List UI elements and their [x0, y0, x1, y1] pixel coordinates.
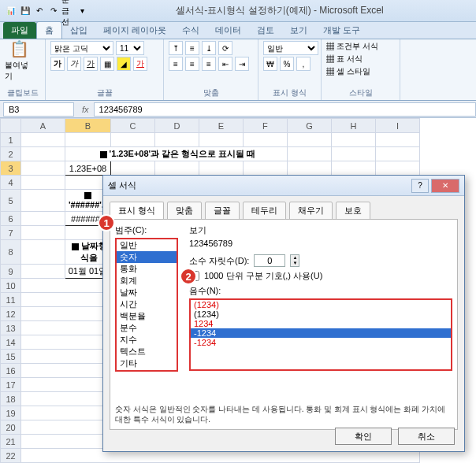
negative-list[interactable]: (1234) (1234) 1234 -1234 -1234 — [189, 298, 452, 371]
neg-option-selected[interactable]: -1234 — [191, 328, 451, 338]
tab-file[interactable]: 파일 — [3, 22, 36, 39]
cat-item[interactable]: 백분율 — [117, 310, 177, 322]
tab-dev[interactable]: 개발 도구 — [315, 22, 368, 39]
col-header[interactable]: H — [331, 119, 375, 133]
neg-option[interactable]: -1234 — [191, 338, 451, 347]
col-header[interactable]: E — [199, 119, 243, 133]
tab-review[interactable]: 검토 — [249, 22, 282, 39]
row-header[interactable]: 11 — [1, 293, 21, 307]
active-cell[interactable]: 1.23E+08 — [65, 161, 111, 176]
tab-view[interactable]: 보기 — [282, 22, 315, 39]
redo-icon[interactable]: ↷ — [47, 5, 60, 17]
tab-insert[interactable]: 삽입 — [62, 22, 95, 39]
indent-dec-icon[interactable]: ⇤ — [218, 57, 232, 71]
select-all-corner[interactable] — [1, 119, 21, 133]
row-header[interactable]: 3 — [1, 161, 21, 176]
cat-item[interactable]: 텍스트 — [117, 346, 177, 357]
row-header[interactable]: 4 — [1, 176, 21, 190]
neg-option[interactable]: (1234) — [191, 300, 451, 309]
row-header[interactable]: 15 — [1, 350, 21, 364]
cat-item[interactable]: 분수 — [117, 322, 177, 334]
row-header[interactable]: 10 — [1, 279, 21, 293]
font-color-button[interactable]: 가 — [133, 57, 147, 71]
row-header[interactable]: 19 — [1, 406, 21, 420]
name-box[interactable]: B3 — [3, 102, 74, 117]
paste-button[interactable]: 📋 붙여넣기 — [5, 41, 33, 80]
row-header[interactable]: 5 — [1, 190, 21, 212]
formula-input[interactable]: 123456789 — [94, 102, 476, 117]
cat-item[interactable]: 통화 — [117, 263, 177, 275]
col-header[interactable]: G — [287, 119, 331, 133]
row-header[interactable]: 14 — [1, 335, 21, 350]
currency-icon[interactable]: ₩ — [263, 57, 277, 71]
row-header[interactable]: 22 — [1, 449, 21, 463]
dlg-tab-number[interactable]: 표시 형식 — [110, 202, 164, 220]
align-bot-icon[interactable]: ⤓ — [202, 41, 216, 55]
row-header[interactable]: 16 — [1, 364, 21, 378]
row-header[interactable]: 1 — [1, 133, 21, 147]
bold-button[interactable]: 가 — [50, 57, 65, 71]
dlg-tab-fill[interactable]: 채우기 — [289, 202, 333, 220]
italic-button[interactable]: 가 — [67, 57, 81, 71]
col-header[interactable]: A — [21, 119, 65, 133]
neg-option[interactable]: 1234 — [191, 319, 451, 328]
row-header[interactable]: 2 — [1, 147, 21, 161]
row-header[interactable]: 7 — [1, 226, 21, 240]
percent-icon[interactable]: % — [280, 57, 294, 71]
tab-home[interactable]: 홈 — [36, 21, 62, 39]
row-header[interactable]: 6 — [1, 212, 21, 226]
indent-inc-icon[interactable]: ⇥ — [235, 57, 249, 71]
border-button[interactable]: ▦ — [100, 57, 114, 71]
neg-option[interactable]: (1234) — [191, 309, 451, 319]
col-header[interactable]: D — [154, 119, 199, 133]
decimal-spinner[interactable]: 0 — [254, 254, 285, 267]
align-right-icon[interactable]: ≡ — [202, 57, 216, 71]
font-size-select[interactable]: 11 — [116, 41, 144, 55]
fx-icon[interactable]: fx — [77, 105, 94, 114]
category-list[interactable]: 일반 숫자 통화 회계 날짜 시간 백분율 분수 지수 텍스트 기타 사용자 지… — [115, 238, 178, 372]
dlg-tab-align[interactable]: 맞춤 — [167, 202, 202, 220]
dlg-tab-font[interactable]: 글꼴 — [205, 202, 240, 220]
undo-icon[interactable]: ↶ — [33, 5, 46, 17]
tab-data[interactable]: 데이터 — [207, 22, 249, 39]
save-icon[interactable]: 💾 — [19, 5, 32, 17]
dlg-tab-protect[interactable]: 보호 — [336, 202, 370, 220]
cell-style-button[interactable]: ▦ 셀 스타일 — [326, 66, 395, 77]
row-header[interactable]: 9 — [1, 265, 21, 279]
row-header[interactable]: 8 — [1, 240, 21, 265]
cat-item[interactable]: 기타 — [117, 357, 177, 369]
row-header[interactable]: 12 — [1, 307, 21, 321]
row-header[interactable]: 13 — [1, 321, 21, 335]
tab-layout[interactable]: 페이지 레이아웃 — [95, 22, 174, 39]
cat-item[interactable]: 시간 — [117, 298, 177, 310]
cat-item[interactable]: 지수 — [117, 334, 177, 346]
dropdown-icon[interactable]: ▾ — [76, 5, 88, 17]
cond-format-button[interactable]: ▦ 조건부 서식 — [326, 41, 395, 52]
tab-formulas[interactable]: 수식 — [174, 22, 207, 39]
align-center-icon[interactable]: ≡ — [185, 57, 199, 71]
table-format-button[interactable]: ▦ 표 서식 — [326, 54, 395, 65]
dialog-titlebar[interactable]: 셀 서식 ? ✕ — [103, 176, 464, 196]
row-header[interactable]: 17 — [1, 378, 21, 392]
cancel-button[interactable]: 취소 — [398, 428, 455, 445]
help-button[interactable]: ? — [411, 179, 429, 193]
underline-button[interactable]: 가 — [84, 57, 98, 71]
cat-item[interactable]: 사용자 지정 — [117, 369, 177, 372]
align-mid-icon[interactable]: ≡ — [185, 41, 199, 55]
close-button[interactable]: ✕ — [431, 179, 459, 193]
number-format-select[interactable]: 일반 — [263, 41, 318, 55]
align-left-icon[interactable]: ≡ — [169, 57, 183, 71]
orient-icon[interactable]: ⟳ — [218, 41, 232, 55]
row-header[interactable]: 21 — [1, 435, 21, 449]
cat-item[interactable]: 회계 — [117, 275, 177, 287]
comma-icon[interactable]: , — [296, 57, 311, 71]
cell[interactable]: '1.23E+08'과 같은 형식으로 표시될 때 — [65, 147, 288, 161]
spinner-buttons[interactable]: ▲▼ — [290, 254, 299, 267]
dlg-tab-border[interactable]: 테두리 — [243, 202, 286, 220]
col-header[interactable]: I — [375, 119, 419, 133]
fill-color-button[interactable]: ◢ — [117, 57, 131, 71]
row-header[interactable]: 20 — [1, 420, 21, 435]
cat-item-selected[interactable]: 숫자 — [117, 251, 177, 263]
row-header[interactable]: 18 — [1, 392, 21, 406]
col-header[interactable]: C — [110, 119, 154, 133]
